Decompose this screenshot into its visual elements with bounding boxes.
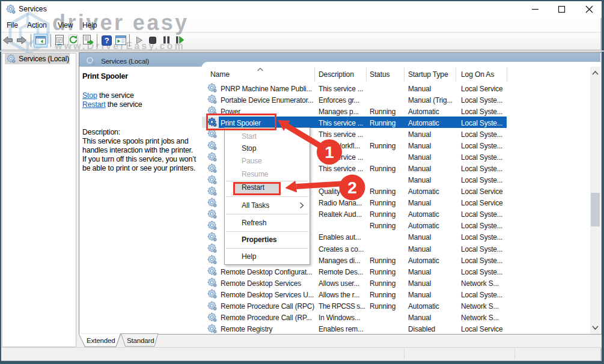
svg-text:2: 2 bbox=[347, 178, 356, 197]
svg-text:1: 1 bbox=[325, 143, 334, 162]
svg-text:?: ? bbox=[105, 36, 109, 45]
